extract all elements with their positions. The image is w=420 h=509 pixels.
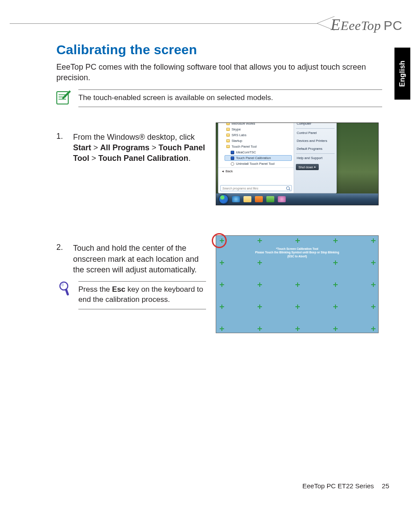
target-icon <box>258 282 262 287</box>
app-icon <box>231 156 234 160</box>
page-title: Calibrating the screen <box>56 42 382 57</box>
program-subitem-selected[interactable]: Touch Panel Calibration <box>225 155 292 161</box>
taskbar-media-icon[interactable] <box>255 196 263 202</box>
uninstall-icon <box>231 162 234 166</box>
footer-series: EeeTop PC ET22 Series <box>302 482 374 490</box>
taskbar-explorer-icon[interactable] <box>243 196 251 202</box>
programs-column: Microsoft Works Skype SRS Labs Startup T… <box>218 123 294 193</box>
taskbar[interactable] <box>216 193 378 205</box>
svg-rect-6 <box>65 289 69 296</box>
target-icon <box>295 305 300 309</box>
target-icon <box>295 327 300 331</box>
search-icon <box>286 186 290 190</box>
language-tab: English <box>394 48 410 100</box>
target-icon <box>220 282 224 287</box>
intro-text: EeeTop PC comes with the following softw… <box>56 62 382 83</box>
target-icon <box>220 260 224 265</box>
page-footer: EeeTop PC ET22 Series 25 <box>302 482 389 490</box>
target-icon <box>333 260 338 265</box>
step-1-number: 1. <box>56 132 65 164</box>
target-icon <box>220 238 224 243</box>
target-icon <box>333 305 338 309</box>
target-icon <box>371 282 376 287</box>
note-text: The touch-enabled screen is available on… <box>78 89 382 107</box>
target-icon <box>371 327 376 331</box>
shutdown-button[interactable]: Shut down▸ <box>296 164 319 170</box>
tip-callout: Press the Esc key on the keyboard to end… <box>58 281 206 309</box>
taskbar-messenger-icon[interactable] <box>266 196 274 202</box>
brand-logo: EEeeTopPC <box>331 15 402 34</box>
target-icon <box>258 305 262 309</box>
note-pencil-icon <box>56 89 71 104</box>
header-rule <box>10 23 318 24</box>
search-input[interactable]: Search programs and files <box>220 185 292 191</box>
folder-icon <box>226 145 230 148</box>
system-column: Computer Control Panel Devices and Print… <box>294 123 336 193</box>
program-subitem[interactable]: Uninstall Touch Panel Tool <box>220 161 292 167</box>
folder-icon <box>226 134 230 137</box>
target-icon <box>371 238 376 243</box>
target-icon <box>371 260 376 265</box>
program-item[interactable]: Startup <box>220 138 292 144</box>
target-icon <box>220 327 224 331</box>
target-icon <box>333 327 338 331</box>
target-icon <box>258 327 262 331</box>
target-icon <box>371 305 376 309</box>
folder-icon <box>226 123 230 125</box>
chevron-right-icon: ▸ <box>314 165 316 169</box>
folder-icon <box>226 128 230 131</box>
program-item[interactable]: Touch Panel Tool <box>220 144 292 149</box>
back-button[interactable]: ◂ Back <box>218 167 294 175</box>
target-icon <box>295 238 300 243</box>
system-link[interactable]: Computer <box>294 123 336 128</box>
brand-text: EeeTop <box>340 18 381 33</box>
target-icon <box>258 260 262 265</box>
target-icon <box>295 282 300 287</box>
screenshot-calibration: *Touch Screen Calibration Tool Please To… <box>216 235 379 333</box>
brand-suffix: PC <box>383 18 402 33</box>
program-item[interactable]: Microsoft Works <box>220 123 292 126</box>
system-link[interactable]: Help and Support <box>294 154 336 162</box>
program-item[interactable]: SRS Labs <box>220 132 292 138</box>
taskbar-paint-icon[interactable] <box>278 196 286 202</box>
note-callout: The touch-enabled screen is available on… <box>56 89 382 107</box>
program-item[interactable]: Skype <box>220 126 292 132</box>
start-menu-panel[interactable]: Microsoft Works Skype SRS Labs Startup T… <box>218 123 337 193</box>
target-icon <box>258 238 262 243</box>
system-link[interactable]: Control Panel <box>294 129 336 137</box>
folder-icon <box>226 139 230 142</box>
step-2-text: Touch and hold the center of the onscree… <box>73 243 206 275</box>
start-orb-icon[interactable] <box>219 194 228 204</box>
system-link[interactable]: Devices and Printers <box>294 137 336 145</box>
target-icon <box>333 282 338 287</box>
tip-text: Press the Esc key on the keyboard to end… <box>78 281 206 309</box>
target-icon <box>333 238 338 243</box>
svg-point-5 <box>61 283 64 286</box>
taskbar-ie-icon[interactable] <box>232 196 240 202</box>
program-subitem[interactable]: IdeaComTSC <box>220 149 292 155</box>
calibration-grid <box>216 236 378 333</box>
target-icon <box>220 305 224 309</box>
system-link[interactable]: Default Programs <box>294 145 336 153</box>
app-icon <box>231 151 234 154</box>
step-1-text: From the Windows® desktop, click Start >… <box>73 132 214 164</box>
magnifier-icon <box>58 281 71 298</box>
screenshot-start-menu: Microsoft Works Skype SRS Labs Startup T… <box>216 123 379 205</box>
footer-page-number: 25 <box>382 482 389 490</box>
